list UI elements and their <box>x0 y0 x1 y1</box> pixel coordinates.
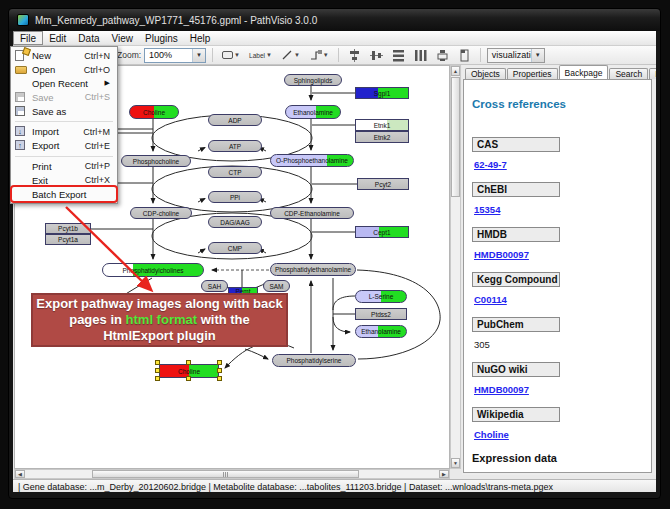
node-cept1[interactable]: Cept1 <box>355 226 409 238</box>
canvas-vertical-scrollbar[interactable]: ▲ ▼ <box>450 65 461 469</box>
menu-item-open-recent[interactable]: Open Recent▶ <box>12 77 116 91</box>
selection-handle[interactable] <box>186 376 191 381</box>
menubar-item-help[interactable]: Help <box>184 31 217 45</box>
node-label: Phosphocholine <box>133 158 179 165</box>
node-pcyt2[interactable]: Pcyt2 <box>357 178 409 190</box>
datanode-tool-button[interactable]: ▼ <box>219 47 243 63</box>
selection-handle[interactable] <box>217 368 222 373</box>
align-vertical-center-button[interactable] <box>367 47 386 63</box>
menubar-item-plugins[interactable]: Plugins <box>139 31 184 45</box>
stack-horizontal-button[interactable] <box>455 47 474 63</box>
node-pcyt1a[interactable]: Pcyt1a <box>45 234 91 245</box>
vertical-scroll-thumb[interactable] <box>451 77 460 197</box>
menubar-item-view[interactable]: View <box>105 31 139 45</box>
chevron-down-icon[interactable]: ▼ <box>531 49 544 62</box>
selection-handle[interactable] <box>155 360 160 365</box>
node-cmp[interactable]: CMP <box>208 242 262 254</box>
menu-item-export[interactable]: ↑ExportCtrl+E <box>12 139 116 153</box>
node-sam[interactable]: SAM <box>263 280 290 292</box>
xref-link[interactable]: C00114 <box>474 294 651 305</box>
horizontal-scroll-thumb[interactable] <box>92 470 359 478</box>
node-ptdss2[interactable]: Ptdss2 <box>355 308 407 320</box>
menu-item-open[interactable]: OpenCtrl+O <box>12 63 116 77</box>
callout-highlight: html format <box>126 312 198 327</box>
label-tool-button[interactable]: Label▼ <box>246 47 275 63</box>
menubar-item-edit[interactable]: Edit <box>43 31 72 45</box>
menu-item-exit[interactable]: ExitCtrl+X <box>12 173 116 187</box>
scroll-up-icon[interactable]: ▲ <box>451 66 460 76</box>
align-horizontal-center-button[interactable] <box>345 47 364 63</box>
node-atp[interactable]: ATP <box>208 140 262 152</box>
node-phosphatidylcholines[interactable]: Phosphatidylcholines <box>102 263 204 277</box>
node-etnk2[interactable]: Etnk2 <box>355 131 409 143</box>
xref-link[interactable]: HMDB00097 <box>474 249 651 260</box>
menu-item-new[interactable]: NewCtrl+N <box>12 49 116 63</box>
xref-link[interactable]: 15354 <box>474 204 651 215</box>
node-sgpl1[interactable]: Sgpl1 <box>355 87 409 99</box>
zoom-combobox[interactable]: 100% ▼ <box>144 48 206 63</box>
chevron-down-icon[interactable]: ▼ <box>192 49 205 62</box>
node-choline-top[interactable]: Choline <box>129 105 179 119</box>
chevron-down-icon[interactable]: ▼ <box>323 52 329 58</box>
menu-item-import[interactable]: ↓ImportCtrl+M <box>12 125 116 139</box>
tab-properties[interactable]: Properties <box>507 68 558 79</box>
tab-legend[interactable]: Legend <box>649 68 656 79</box>
distribute-horizontal-button[interactable] <box>411 47 430 63</box>
submenu-arrow-icon: ▶ <box>105 79 110 87</box>
node-etnk1[interactable]: Etnk1 <box>355 119 409 131</box>
canvas-horizontal-scrollbar[interactable]: ◀ ▶ <box>14 469 450 479</box>
node-ethanolamine-bottom[interactable]: Ethanolamine <box>355 325 407 338</box>
selection-handle[interactable] <box>217 376 222 381</box>
node-l-serine[interactable]: L-Serine <box>355 290 407 303</box>
node-pcyt1b[interactable]: Pcyt1b <box>45 223 91 234</box>
align-vertical-center-icon <box>370 49 383 62</box>
node-label: Phosphatidylcholines <box>122 267 183 274</box>
annotation-callout: Export pathway images along with back pa… <box>31 293 288 347</box>
node-cdp-choline[interactable]: CDP-choline <box>130 207 192 219</box>
line-tool-button[interactable]: ▼ <box>278 47 303 63</box>
backpage-section-cas: CAS62-49-7 <box>472 137 651 170</box>
node-label: Choline <box>143 109 165 116</box>
distribute-vertical-button[interactable] <box>389 47 408 63</box>
node-cdp-ethanolamine[interactable]: CDP-Ethanolamine <box>270 207 354 219</box>
node-phosphocholine[interactable]: Phosphocholine <box>121 155 191 167</box>
xref-link[interactable]: 62-49-7 <box>474 159 651 170</box>
node-sphingolipids[interactable]: Sphingolipids <box>284 74 342 86</box>
node-dag-aag[interactable]: DAG/AAG <box>208 216 262 228</box>
node-ethanolamine-top[interactable]: Ethanolamine <box>285 105 341 119</box>
scroll-right-icon[interactable]: ▶ <box>439 470 449 478</box>
node-sah[interactable]: SAH <box>201 280 228 292</box>
chevron-down-icon[interactable]: ▼ <box>294 52 300 58</box>
node-ppi[interactable]: PPi <box>208 191 262 203</box>
xref-link[interactable]: HMDB00097 <box>474 384 651 395</box>
chevron-down-icon[interactable]: ▼ <box>234 52 240 58</box>
menu-item-batch-export[interactable]: Batch Export <box>12 187 116 201</box>
node-o-phosphoethanolamine[interactable]: O-Phosphoethanolamine <box>270 154 354 167</box>
stack-vertical-button[interactable] <box>433 47 452 63</box>
selection-handle[interactable] <box>186 360 191 365</box>
connector-tool-button[interactable]: ▼ <box>306 47 332 63</box>
scroll-down-icon[interactable]: ▼ <box>451 458 460 468</box>
node-phosphatidylserine[interactable]: Phosphatidylserine <box>272 354 356 367</box>
menubar-item-file[interactable]: File <box>13 31 43 45</box>
xref-link[interactable]: Choline <box>474 429 651 440</box>
menu-icon-placeholder <box>15 189 28 200</box>
menu-item-save[interactable]: SaveCtrl+S <box>12 90 116 104</box>
tab-objects[interactable]: Objects <box>465 68 506 79</box>
menu-item-save-as[interactable]: Save as <box>12 104 116 118</box>
visualization-combobox[interactable]: visualization ▼ <box>487 48 545 63</box>
node-ctp[interactable]: CTP <box>208 166 262 178</box>
title-bar[interactable]: Mm_Kennedy_pathway_WP1771_45176.gpml - P… <box>9 9 660 31</box>
selection-handle[interactable] <box>155 376 160 381</box>
menubar-item-data[interactable]: Data <box>72 31 105 45</box>
selection-handle[interactable] <box>155 368 160 373</box>
selection-handle[interactable] <box>217 360 222 365</box>
scroll-left-icon[interactable]: ◀ <box>15 470 25 478</box>
tab-backpage[interactable]: Backpage <box>559 65 609 79</box>
node-phosphatidylethanolamine[interactable]: Phosphatidylethanolamine <box>270 263 356 276</box>
xref-source-header: CAS <box>472 137 560 152</box>
node-adp[interactable]: ADP <box>208 114 262 126</box>
menu-item-print[interactable]: PrintCtrl+P <box>12 160 116 174</box>
tab-search[interactable]: Search <box>609 68 648 79</box>
chevron-down-icon[interactable]: ▼ <box>266 52 272 58</box>
